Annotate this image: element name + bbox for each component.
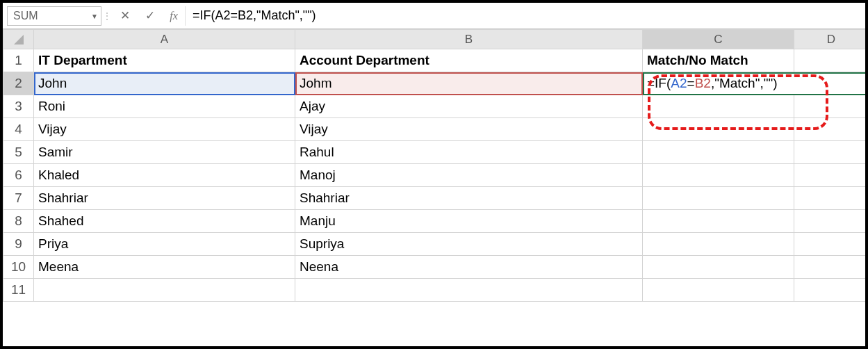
cell-B5[interactable]: Rahul (295, 141, 643, 164)
row-8: 8 Shahed Manju (3, 210, 866, 233)
cell-C2-editing-formula: =IF(A2=B2,"Match","") (647, 76, 778, 90)
cancel-button[interactable]: ✕ (113, 6, 138, 26)
fx-icon: fx (170, 10, 178, 22)
row-10: 10 Meena Neena (3, 256, 866, 279)
row-header-9[interactable]: 9 (3, 233, 34, 256)
row-header-7[interactable]: 7 (3, 187, 34, 210)
cell-A3[interactable]: Roni (34, 95, 295, 118)
cell-C6[interactable] (643, 164, 794, 187)
cell-D9[interactable] (794, 233, 866, 256)
cell-A7[interactable]: Shahriar (34, 187, 295, 210)
row-header-6[interactable]: 6 (3, 164, 34, 187)
name-box-dropdown-icon[interactable]: ▼ (91, 12, 98, 19)
cancel-icon: ✕ (120, 8, 130, 23)
cell-C1[interactable]: Match/No Match (643, 49, 794, 72)
row-4: 4 Vijay Vijay (3, 118, 866, 141)
row-5: 5 Samir Rahul (3, 141, 866, 164)
select-all-corner[interactable] (3, 30, 34, 49)
cell-B8[interactable]: Manju (295, 210, 643, 233)
cell-D1[interactable] (794, 49, 866, 72)
cell-C5[interactable] (643, 141, 794, 164)
formula-text: =IF(A2=B2,"Match","") (193, 8, 316, 23)
row-11: 11 (3, 279, 866, 302)
cell-D6[interactable] (794, 164, 866, 187)
cell-C9[interactable] (643, 233, 794, 256)
cell-A9[interactable]: Priya (34, 233, 295, 256)
cell-A1[interactable]: IT Department (34, 49, 295, 72)
enter-button[interactable]: ✓ (138, 6, 163, 26)
cell-B6[interactable]: Manoj (295, 164, 643, 187)
cell-A10[interactable]: Meena (34, 256, 295, 279)
cell-D11[interactable] (794, 279, 866, 302)
row-header-1[interactable]: 1 (3, 49, 34, 72)
cell-A4[interactable]: Vijay (34, 118, 295, 141)
cell-A2[interactable]: John (34, 72, 295, 95)
cell-B7[interactable]: Shahriar (295, 187, 643, 210)
row-header-5[interactable]: 5 (3, 141, 34, 164)
formula-bar-separator: ⋮ (101, 6, 113, 26)
check-icon: ✓ (145, 8, 155, 23)
name-box[interactable]: SUM ▼ (7, 6, 101, 26)
row-7: 7 Shahriar Shahriar (3, 187, 866, 210)
col-header-A[interactable]: A (34, 30, 295, 49)
formula-input[interactable]: =IF(A2=B2,"Match","") (185, 6, 861, 26)
row-header-8[interactable]: 8 (3, 210, 34, 233)
cell-D4[interactable] (794, 118, 866, 141)
column-header-row: A B C D (3, 30, 866, 49)
cell-B2[interactable]: Johm (295, 72, 643, 95)
row-1: 1 IT Department Account Department Match… (3, 49, 866, 72)
worksheet-grid[interactable]: A B C D 1 IT Department Account Departme… (3, 29, 865, 346)
cell-D5[interactable] (794, 141, 866, 164)
row-6: 6 Khaled Manoj (3, 164, 866, 187)
cell-C3[interactable] (643, 95, 794, 118)
cell-A5[interactable]: Samir (34, 141, 295, 164)
sheet-table: A B C D 1 IT Department Account Departme… (3, 29, 865, 302)
row-header-4[interactable]: 4 (3, 118, 34, 141)
cell-B1[interactable]: Account Department (295, 49, 643, 72)
cell-C7[interactable] (643, 187, 794, 210)
cell-B9[interactable]: Supriya (295, 233, 643, 256)
row-2: 2 John Johm =IF(A2=B2,"Match","") (3, 72, 866, 95)
row-header-11[interactable]: 11 (3, 279, 34, 302)
cell-D7[interactable] (794, 187, 866, 210)
col-header-B[interactable]: B (295, 30, 643, 49)
col-header-D[interactable]: D (794, 30, 866, 49)
cell-D10[interactable] (794, 256, 866, 279)
col-header-C[interactable]: C (643, 30, 794, 49)
name-box-value: SUM (13, 10, 38, 22)
cell-D3[interactable] (794, 95, 866, 118)
formula-bar: SUM ▼ ⋮ ✕ ✓ fx =IF(A2=B2,"Match","") (3, 3, 865, 29)
insert-function-button[interactable]: fx (163, 10, 185, 22)
cell-C11[interactable] (643, 279, 794, 302)
cell-C10[interactable] (643, 256, 794, 279)
cell-A8[interactable]: Shahed (34, 210, 295, 233)
cell-B3[interactable]: Ajay (295, 95, 643, 118)
cell-B11[interactable] (295, 279, 643, 302)
cell-A6[interactable]: Khaled (34, 164, 295, 187)
row-3: 3 Roni Ajay (3, 95, 866, 118)
cell-C8[interactable] (643, 210, 794, 233)
cell-A11[interactable] (34, 279, 295, 302)
cell-C4[interactable] (643, 118, 794, 141)
row-9: 9 Priya Supriya (3, 233, 866, 256)
row-header-3[interactable]: 3 (3, 95, 34, 118)
cell-B4[interactable]: Vijay (295, 118, 643, 141)
row-header-10[interactable]: 10 (3, 256, 34, 279)
cell-D8[interactable] (794, 210, 866, 233)
row-header-2[interactable]: 2 (3, 72, 34, 95)
cell-B10[interactable]: Neena (295, 256, 643, 279)
cell-C2[interactable]: =IF(A2=B2,"Match","") (643, 72, 866, 95)
